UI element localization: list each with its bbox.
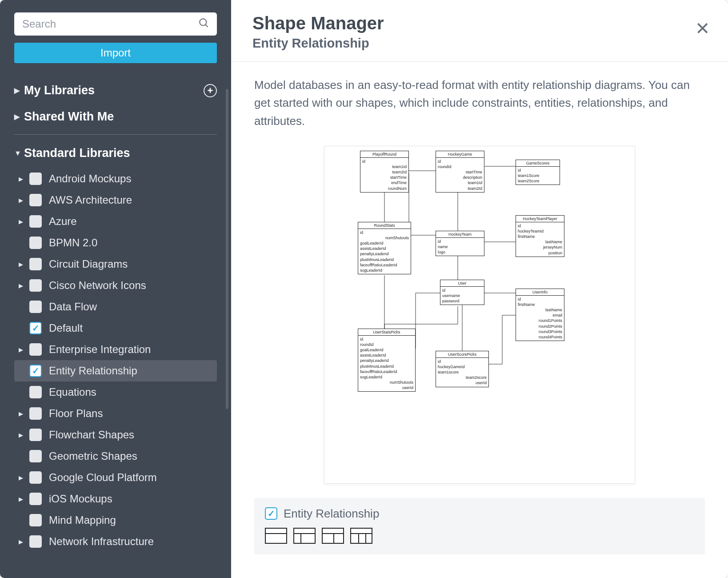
sidebar-item-floor-plans[interactable]: ▶✓Floor Plans (14, 403, 217, 424)
entity-roundStats: RoundStatsidnumShutoutsgoalLeaderIdassis… (358, 222, 411, 274)
sidebar-item-bpmn-2-0[interactable]: ▶✓BPMN 2.0 (14, 232, 217, 253)
main-panel: Shape Manager Entity Relationship ✕ Mode… (231, 0, 728, 578)
entity-shape-3[interactable] (322, 528, 344, 544)
checkbox[interactable]: ✓ (29, 194, 42, 206)
chevron-right-icon: ▶ (14, 86, 24, 95)
sidebar-item-flowchart-shapes[interactable]: ▶✓Flowchart Shapes (14, 424, 217, 446)
svg-point-0 (200, 19, 206, 25)
entity-shape-2[interactable] (293, 528, 316, 544)
entity-shape-4[interactable] (350, 528, 372, 544)
library-preview-box: ✓ Entity Relationship (254, 498, 705, 554)
checkbox[interactable]: ✓ (29, 215, 42, 228)
entity-hockeyTeam: HockeyTeamidnamelogo (436, 231, 484, 256)
chevron-right-icon: ▶ (19, 197, 29, 204)
page-title: Shape Manager (252, 13, 707, 33)
checkbox[interactable]: ✓ (29, 450, 42, 462)
sidebar-item-label: Enterprise Integration (49, 343, 151, 356)
add-library-icon[interactable]: + (204, 84, 217, 97)
chevron-right-icon: ▶ (19, 432, 29, 438)
sidebar-item-ios-mockups[interactable]: ▶✓iOS Mockups (14, 488, 217, 510)
entity-shape-1[interactable] (265, 528, 287, 544)
diagram-connectors (324, 146, 635, 483)
sidebar: Import ▶ My Libraries + ▶ Shared With Me… (0, 0, 231, 578)
section-label: Shared With Me (24, 110, 114, 124)
sidebar-item-label: Data Flow (49, 301, 97, 313)
sidebar-item-azure[interactable]: ▶✓Azure (14, 211, 217, 232)
close-button[interactable]: ✕ (695, 20, 710, 37)
checkbox[interactable]: ✓ (29, 386, 42, 398)
entity-gameScores: GameScoresidteam1Scoreteam2Score (516, 160, 560, 185)
library-box-header[interactable]: ✓ Entity Relationship (265, 507, 694, 521)
checkbox[interactable]: ✓ (29, 322, 42, 334)
sidebar-item-label: iOS Mockups (49, 493, 112, 505)
search-wrap (14, 12, 217, 36)
sidebar-item-android-mockups[interactable]: ▶✓Android Mockups (14, 168, 217, 189)
search-icon[interactable] (198, 17, 210, 31)
chevron-right-icon: ▶ (19, 282, 29, 289)
check-icon: ✓ (268, 508, 275, 519)
checkbox[interactable]: ✓ (29, 429, 42, 441)
section-standard[interactable]: ▼ Standard Libraries (14, 140, 217, 166)
entity-playoffRound: PlayoffRoundidteam1Idteam2IdstartTimeend… (360, 151, 409, 193)
checkbox[interactable]: ✓ (29, 493, 42, 505)
content: Model databases in an easy-to-read forma… (231, 62, 728, 578)
section-label: My Libraries (24, 84, 95, 97)
sidebar-item-entity-relationship[interactable]: ▶✓Entity Relationship (14, 360, 217, 381)
sidebar-item-label: AWS Architecture (49, 194, 132, 206)
chevron-right-icon: ▶ (19, 261, 29, 268)
sidebar-item-cisco-network-icons[interactable]: ▶✓Cisco Network Icons (14, 275, 217, 296)
sidebar-item-label: Flowchart Shapes (49, 429, 134, 441)
sidebar-item-label: Default (49, 322, 83, 334)
section-label: Standard Libraries (24, 146, 130, 160)
checkbox[interactable]: ✓ (29, 173, 42, 185)
svg-line-1 (205, 24, 208, 27)
check-icon: ✓ (32, 365, 40, 376)
chevron-down-icon: ▼ (14, 149, 24, 157)
chevron-right-icon: ▶ (19, 496, 29, 502)
checkbox[interactable]: ✓ (29, 279, 42, 292)
checkbox[interactable]: ✓ (29, 514, 42, 526)
chevron-right-icon: ▶ (19, 474, 29, 481)
sidebar-item-label: Circuit Diagrams (49, 258, 128, 270)
sidebar-item-default[interactable]: ▶✓Default (14, 317, 217, 339)
shape-manager-dialog: Import ▶ My Libraries + ▶ Shared With Me… (0, 0, 728, 578)
library-checkbox[interactable]: ✓ (265, 507, 277, 520)
sidebar-item-data-flow[interactable]: ▶✓Data Flow (14, 296, 217, 317)
checkbox[interactable]: ✓ (29, 301, 42, 313)
shape-row (265, 528, 694, 544)
sidebar-item-equations[interactable]: ▶✓Equations (14, 381, 217, 403)
divider (14, 134, 217, 135)
sidebar-item-label: Android Mockups (49, 173, 131, 185)
sidebar-item-label: Mind Mapping (49, 514, 116, 526)
sidebar-item-aws-architecture[interactable]: ▶✓AWS Architecture (14, 189, 217, 211)
import-button[interactable]: Import (14, 43, 217, 63)
checkbox[interactable]: ✓ (29, 471, 42, 484)
library-box-label: Entity Relationship (284, 507, 379, 521)
sidebar-item-google-cloud-platform[interactable]: ▶✓Google Cloud Platform (14, 467, 217, 488)
sidebar-item-network-infrastructure[interactable]: ▶✓Network Infrastructure (14, 531, 217, 552)
checkbox[interactable]: ✓ (29, 535, 42, 548)
entity-user: Useridusernamepassword (440, 280, 484, 305)
entity-hockeyGame: HockeyGameidroundIdstartTimedescriptiont… (436, 151, 484, 193)
checkbox[interactable]: ✓ (29, 237, 42, 249)
chevron-right-icon: ▶ (19, 410, 29, 417)
sidebar-item-enterprise-integration[interactable]: ▶✓Enterprise Integration (14, 339, 217, 360)
sidebar-item-mind-mapping[interactable]: ▶✓Mind Mapping (14, 510, 217, 531)
checkbox[interactable]: ✓ (29, 365, 42, 377)
entity-userStatsPicks: UserStatsPicksidroundIdgoalLeaderIdassis… (358, 329, 416, 392)
sidebar-item-label: Equations (49, 386, 96, 398)
description-text: Model databases in an easy-to-read forma… (254, 76, 705, 130)
section-my-libraries[interactable]: ▶ My Libraries + (14, 77, 217, 104)
sidebar-item-geometric-shapes[interactable]: ▶✓Geometric Shapes (14, 446, 217, 467)
checkbox[interactable]: ✓ (29, 407, 42, 420)
sidebar-item-circuit-diagrams[interactable]: ▶✓Circuit Diagrams (14, 253, 217, 275)
section-shared[interactable]: ▶ Shared With Me (14, 104, 217, 130)
library-list: ▶✓Android Mockups▶✓AWS Architecture▶✓Azu… (14, 168, 217, 552)
checkbox[interactable]: ✓ (29, 343, 42, 356)
checkbox[interactable]: ✓ (29, 258, 42, 270)
search-input[interactable] (14, 12, 217, 36)
diagram-preview: PlayoffRoundidteam1Idteam2IdstartTimeend… (324, 146, 635, 484)
sidebar-item-label: Network Infrastructure (49, 535, 154, 548)
entity-userInfo: UserInfoidfirstNamelastNameemailround1Po… (516, 289, 564, 341)
entity-hockeyTeamPlayer: HockeyTeamPlayeridhockeyTeamIdfirstNamel… (516, 215, 564, 257)
